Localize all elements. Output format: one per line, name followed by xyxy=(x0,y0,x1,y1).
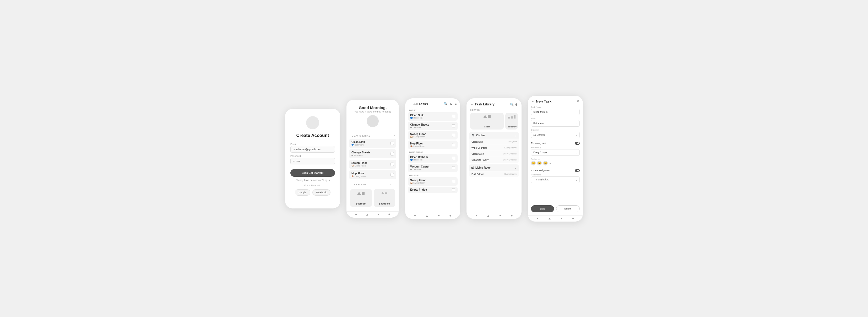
reminders-select[interactable]: The day before ⌄ xyxy=(531,176,580,183)
email-input[interactable]: israelisraeli@gmail.com xyxy=(290,146,335,153)
chevron-down-icon[interactable]: ⌄ xyxy=(549,162,551,164)
task-row[interactable]: Change Sheets 🛏 Bedroom xyxy=(408,122,458,130)
task-checkbox[interactable] xyxy=(452,188,455,192)
back-arrow-icon[interactable]: ← xyxy=(409,102,412,106)
task-checkbox[interactable] xyxy=(452,166,455,169)
facebook-button[interactable]: Facebook xyxy=(312,189,331,196)
task-row[interactable]: Clean Bathtub 🔵 Bathroom xyxy=(408,154,458,163)
sort-room-card[interactable]: Room xyxy=(470,113,504,129)
chevron-down-icon[interactable]: ⌄ xyxy=(515,134,517,137)
rooms-menu-icon[interactable]: ≡ xyxy=(390,183,392,186)
task-room: 🏠 Living Room xyxy=(351,165,367,167)
task-checkbox[interactable] xyxy=(452,115,455,118)
search-icon[interactable]: 🔍 xyxy=(510,103,514,107)
nav-settings[interactable] xyxy=(572,217,574,219)
task-row[interactable]: Vacuum Carpet 🛏 Bedroom xyxy=(408,164,458,172)
email-label: Email xyxy=(290,143,335,146)
search-icon[interactable]: 🔍 xyxy=(444,102,447,106)
back-arrow-icon[interactable]: ← xyxy=(531,99,535,103)
delete-button[interactable]: Delete xyxy=(556,205,580,212)
task-library-label: Task Library xyxy=(475,102,495,106)
nav-home[interactable] xyxy=(476,215,477,216)
nav-home[interactable] xyxy=(355,214,357,215)
filter-icon[interactable]: ⚙ xyxy=(450,102,453,106)
nav-rooms[interactable] xyxy=(499,215,501,216)
task-checkbox[interactable] xyxy=(452,124,455,127)
task-row[interactable]: Sweep Floor 🏠 Living Room xyxy=(408,131,458,140)
avatar-1[interactable]: 😊 xyxy=(531,161,536,166)
password-input[interactable]: •••••••• xyxy=(290,158,335,164)
nav-tasks[interactable] xyxy=(549,218,551,220)
nav-home[interactable] xyxy=(414,215,416,216)
room-icon: 🏠 xyxy=(351,175,354,177)
rooms-section: BY ROOM ≡ Bedroom Bathroom xyxy=(346,181,399,208)
task-checkbox[interactable] xyxy=(452,134,455,137)
task-lib-item[interactable]: Fluff Pillows Every 2 days xyxy=(469,171,519,177)
task-lib-item[interactable]: Wipe Counters Every 3 days xyxy=(469,145,519,151)
nav-tasks[interactable] xyxy=(366,214,368,215)
chevron-down-icon: ⌄ xyxy=(575,178,577,181)
task-lib-item[interactable]: Clean Sink Everyday xyxy=(469,139,519,145)
sort-freq-card[interactable]: Fequency xyxy=(505,113,518,129)
bathroom-card[interactable]: Bathroom xyxy=(374,189,396,207)
task-item[interactable]: Mop Floor 🏠 Living Room xyxy=(349,170,396,179)
all-tasks-title: ← All Tasks xyxy=(409,102,428,106)
task-checkbox[interactable] xyxy=(452,180,455,183)
task-name-input[interactable]: Clean Mirrors xyxy=(531,109,580,115)
square-shape xyxy=(362,192,365,195)
task-row[interactable]: Empty Fridge xyxy=(408,187,458,193)
task-item[interactable]: Change Sheets 🛏 Bedroom xyxy=(349,149,396,158)
nav-settings[interactable] xyxy=(389,213,390,215)
back-arrow-icon[interactable]: ← xyxy=(470,103,473,106)
rotate-toggle[interactable] xyxy=(575,169,580,172)
frequency-select[interactable]: Every 5 days ⌄ xyxy=(531,149,580,156)
recurring-toggle[interactable] xyxy=(575,142,580,145)
area-select[interactable]: Bathroom ⌄ xyxy=(531,120,580,127)
save-button[interactable]: Save xyxy=(531,205,554,212)
task-row[interactable]: Sweep Floor 🏠 Living Room xyxy=(408,177,458,185)
task-item[interactable]: Clean Sink 🔵 Bathroom xyxy=(349,139,396,148)
login-link[interactable]: Already have an account? Log in xyxy=(296,179,330,181)
close-icon[interactable]: ✕ xyxy=(577,99,579,103)
living-room-group-header[interactable]: 🛋 Living Room ⌄ xyxy=(469,164,519,171)
kitchen-group-header[interactable]: 🍳 Kitchen ⌄ xyxy=(469,132,519,139)
duration-select[interactable]: 15 Minutes ⌄ xyxy=(531,132,580,138)
task-room: 🛏 Bedroom xyxy=(351,154,370,156)
task-info: Mop Floor 🏠 Living Room xyxy=(351,172,366,177)
google-button[interactable]: Google xyxy=(295,189,310,196)
nav-tasks[interactable] xyxy=(426,215,428,217)
nav-rooms[interactable] xyxy=(561,218,562,219)
tuesday-label: TUESDAY xyxy=(405,173,460,177)
greeting-subtitle: You have 4 tasks lined up for today xyxy=(351,110,395,113)
task-item[interactable]: Sweep Floor 🏠 Living Room xyxy=(349,160,396,169)
chevron-down-icon[interactable]: ⌄ xyxy=(515,166,517,169)
task-checkbox[interactable] xyxy=(452,157,455,160)
nav-settings[interactable] xyxy=(511,214,513,216)
task-lib-freq: Every 2 days xyxy=(504,173,517,175)
avatar-2[interactable]: 😐 xyxy=(537,161,542,166)
assign-avatars: 😊 😐 😄 ⌄ xyxy=(531,161,580,166)
task-lib-item[interactable]: Clean Oven Every 3 weeks xyxy=(469,151,519,157)
task-row[interactable]: Clean Sink 🔵 Bathroom xyxy=(408,112,458,121)
nav-rooms[interactable] xyxy=(378,214,379,215)
bottom-nav xyxy=(466,213,522,219)
task-row[interactable]: Mop Floor 🏠 Living Room xyxy=(408,141,458,149)
task-checkbox[interactable] xyxy=(391,163,394,166)
sort-icon[interactable]: ≡ xyxy=(455,102,457,106)
filter-icon[interactable]: ⚙ xyxy=(515,103,518,107)
get-started-button[interactable]: Let's Get Started! xyxy=(290,169,335,177)
task-checkbox[interactable] xyxy=(391,152,394,155)
nav-settings[interactable] xyxy=(450,214,451,216)
nav-tasks[interactable] xyxy=(487,215,489,217)
nav-home[interactable] xyxy=(537,218,538,219)
bedroom-card[interactable]: Bedroom xyxy=(350,189,372,207)
task-lib-item[interactable]: Organize Pantry Every 3 weeks xyxy=(469,157,519,163)
task-checkbox[interactable] xyxy=(452,143,455,146)
avatar-3[interactable]: 😄 xyxy=(543,161,548,166)
chevron-down-icon: ⌄ xyxy=(575,151,577,154)
nav-rooms[interactable] xyxy=(438,215,439,216)
task-checkbox[interactable] xyxy=(391,142,394,145)
menu-icon[interactable]: ≡ xyxy=(394,135,395,137)
living-room-group: 🛋 Living Room ⌄ Fluff Pillows Every 2 da… xyxy=(469,164,519,177)
task-checkbox[interactable] xyxy=(391,173,394,176)
